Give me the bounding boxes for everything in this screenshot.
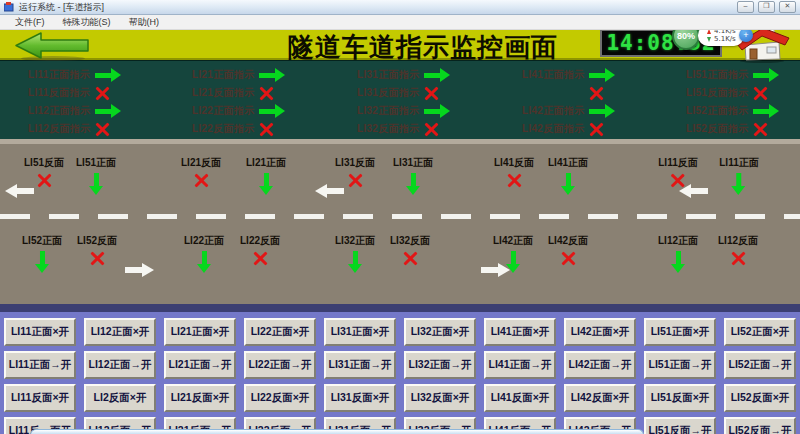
green-arrow-down-icon xyxy=(405,173,420,195)
download-speed: 5.1K/s xyxy=(714,35,736,43)
pavement-arrow-right-icon xyxy=(480,263,510,277)
status-label: LI51反面指示 xyxy=(686,86,746,100)
green-arrow-right-icon xyxy=(259,104,285,119)
road-view: LI51反面LI51正面LI21反面LI21正面LI31反面LI31正面LI41… xyxy=(0,139,800,312)
status-item: LI42正面指示 xyxy=(522,102,686,120)
control-button[interactable]: LI32反面×开 xyxy=(404,384,476,412)
control-button[interactable]: LI21反面×开 xyxy=(164,384,236,412)
status-label: LI42正面指示 xyxy=(522,104,582,118)
control-button[interactable]: LI31反面×开 xyxy=(324,384,396,412)
lane-indicator: LI51正面 xyxy=(76,156,116,195)
control-button[interactable]: LI21正面→开 xyxy=(164,351,236,379)
back-button[interactable] xyxy=(13,31,91,61)
status-label: LI32反面指示 xyxy=(357,122,417,136)
lane-indicator-label: LI52反面 xyxy=(77,234,117,248)
control-button[interactable]: LI11正面→开 xyxy=(4,351,76,379)
status-item: LI42反面指示 xyxy=(522,120,686,138)
control-button[interactable]: LI52正面×开 xyxy=(724,318,796,346)
control-button[interactable]: LI52反面×开 xyxy=(724,384,796,412)
red-x-icon xyxy=(259,122,274,137)
lane-bottom: LI52正面LI52反面LI22正面LI22反面LI32正面LI32反面LI42… xyxy=(0,234,800,294)
control-button[interactable]: LI41正面×开 xyxy=(484,318,556,346)
status-item: LI31正面指示 xyxy=(357,66,522,84)
control-button[interactable]: LI32正面×开 xyxy=(404,318,476,346)
green-arrow-down-icon xyxy=(560,173,575,195)
control-button[interactable]: LI52反面→开 xyxy=(724,417,796,434)
status-item: LI51正面指示 xyxy=(686,66,800,84)
status-item: LI22反面指示 xyxy=(192,120,357,138)
lane-indicator-label: LI31正面 xyxy=(393,156,433,170)
menu-item-help[interactable]: 帮助(H) xyxy=(120,16,169,29)
status-label: LI21正面指示 xyxy=(192,68,252,82)
lane-indicator-label: LI22反面 xyxy=(240,234,280,248)
status-item: LI32正面指示 xyxy=(357,102,522,120)
control-button[interactable]: LI31正面→开 xyxy=(324,351,396,379)
control-button[interactable]: LI51正面→开 xyxy=(644,351,716,379)
road-edge-bottom xyxy=(0,304,800,312)
control-panel: LI11正面×开LI12正面×开LI21正面×开LI22正面×开LI31正面×开… xyxy=(0,312,800,434)
green-arrow-down-icon xyxy=(196,251,211,273)
lane-indicator: LI52反面 xyxy=(77,234,117,266)
red-x-icon xyxy=(753,122,768,137)
road-edge-top xyxy=(0,139,800,144)
overlay-expand-button[interactable]: + xyxy=(739,28,753,42)
green-arrow-right-icon xyxy=(259,68,285,83)
back-arrow-icon xyxy=(13,31,91,61)
green-arrow-down-icon xyxy=(732,173,747,195)
control-button[interactable]: LI32正面→开 xyxy=(404,351,476,379)
status-label: LI12正面指示 xyxy=(28,104,88,118)
green-arrow-right-icon xyxy=(589,104,615,119)
control-button[interactable]: LI51反面×开 xyxy=(644,384,716,412)
control-button[interactable]: LI22正面→开 xyxy=(244,351,316,379)
red-x-icon xyxy=(347,173,362,188)
lane-indicator-label: LI12正面 xyxy=(658,234,698,248)
close-button[interactable]: ✕ xyxy=(779,1,796,13)
red-x-icon xyxy=(95,122,110,137)
control-button[interactable]: LI42正面→开 xyxy=(564,351,636,379)
lane-indicator: LI32反面 xyxy=(390,234,430,266)
menu-item-special-functions[interactable]: 特殊功能(S) xyxy=(54,16,120,29)
lane-indicator-label: LI51反面 xyxy=(24,156,64,170)
status-label: LI11反面指示 xyxy=(28,86,88,100)
control-button[interactable]: LI41反面×开 xyxy=(484,384,556,412)
red-x-icon xyxy=(36,173,51,188)
control-button[interactable]: LI11正面×开 xyxy=(4,318,76,346)
control-button[interactable]: LI52正面→开 xyxy=(724,351,796,379)
lane-indicator-label: LI42正面 xyxy=(493,234,533,248)
control-button[interactable]: LI42反面×开 xyxy=(564,384,636,412)
status-label: LI52正面指示 xyxy=(686,104,746,118)
menu-item-file[interactable]: 文件(F) xyxy=(6,16,54,29)
red-x-icon xyxy=(506,173,521,188)
control-button[interactable]: LI12正面→开 xyxy=(84,351,156,379)
control-button[interactable]: LI22正面×开 xyxy=(244,318,316,346)
lane-indicator: LI41正面 xyxy=(548,156,588,195)
green-arrow-right-icon xyxy=(589,68,615,83)
control-button[interactable]: LI2反面×开 xyxy=(84,384,156,412)
control-button[interactable]: LI51反面→开 xyxy=(644,417,716,434)
download-icon xyxy=(707,37,711,42)
lane-indicator-label: LI41反面 xyxy=(494,156,534,170)
lane-indicator-label: LI51正面 xyxy=(76,156,116,170)
control-button[interactable]: LI12正面×开 xyxy=(84,318,156,346)
status-item: LI52正面指示 xyxy=(686,102,800,120)
lane-indicator: LI21正面 xyxy=(246,156,286,195)
control-button[interactable]: LI42正面×开 xyxy=(564,318,636,346)
red-x-icon xyxy=(753,86,768,101)
green-arrow-right-icon xyxy=(424,68,450,83)
window-title: 运行系统 - [车道指示] xyxy=(19,1,104,14)
minimize-button[interactable]: – xyxy=(737,1,754,13)
restore-button[interactable]: ❐ xyxy=(758,1,775,13)
status-item: LI12反面指示 xyxy=(28,120,192,138)
control-button[interactable]: LI41正面→开 xyxy=(484,351,556,379)
status-item: LI21反面指示 xyxy=(192,84,357,102)
status-item: LI32反面指示 xyxy=(357,120,522,138)
control-button[interactable]: LI31正面×开 xyxy=(324,318,396,346)
window-titlebar: 运行系统 - [车道指示] – ❐ ✕ xyxy=(0,0,800,15)
control-button[interactable]: LI51正面×开 xyxy=(644,318,716,346)
status-label: LI41正面指示 xyxy=(522,68,582,82)
red-x-icon xyxy=(89,251,104,266)
control-button[interactable]: LI22反面×开 xyxy=(244,384,316,412)
control-button[interactable]: LI11反面×开 xyxy=(4,384,76,412)
background-window-edge xyxy=(30,429,644,434)
control-button[interactable]: LI21正面×开 xyxy=(164,318,236,346)
